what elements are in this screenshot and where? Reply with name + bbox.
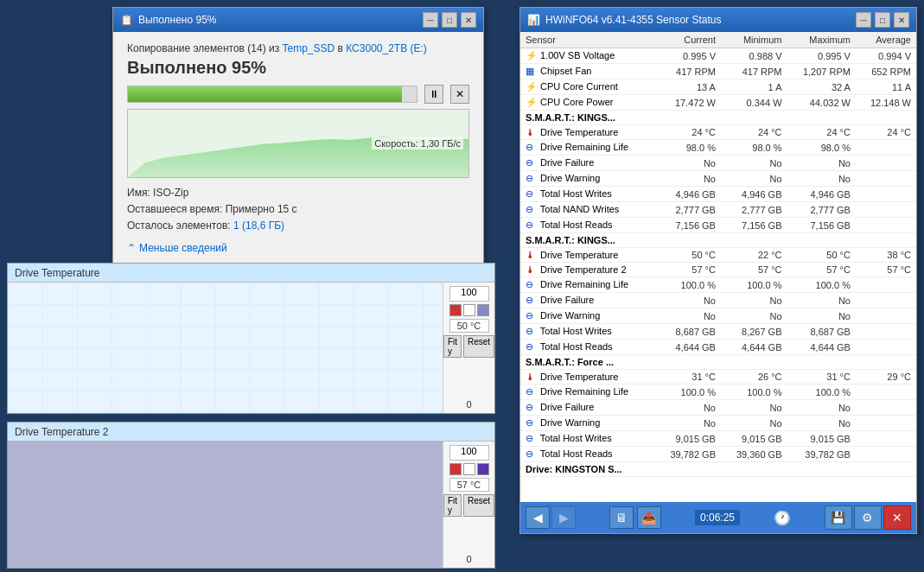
color-box-red2[interactable] <box>449 463 462 475</box>
sensor-minimum: No <box>721 156 787 171</box>
color-box-darkpurple[interactable] <box>477 463 489 475</box>
sensor-minimum: 26 °C <box>721 370 787 385</box>
sensor-current: 57 °C <box>654 263 721 277</box>
graph-title-temp2: Drive Temperature 2 <box>15 426 109 438</box>
sensor-titlebar-icons: ─ □ ✕ <box>856 12 909 28</box>
fit-y-button-temp2[interactable]: Fit y <box>443 494 462 517</box>
graph-content-temp2: 100 57 °C Fit y Reset 0 <box>8 442 494 568</box>
close-icon-button[interactable]: ✕ <box>883 505 911 530</box>
table-row: ⚡ 1.00V SB Voltage 0.995 V 0.988 V 0.995… <box>520 48 916 64</box>
sensor-maximum: 100.0 % <box>787 385 856 400</box>
graph-area-temp <box>8 283 443 413</box>
graph-panel-drive-temp2: Drive Temperature 2 100 57 °C Fit y Rese… <box>7 422 495 569</box>
sensor-current: 98.0 % <box>654 140 721 156</box>
sensor-type-icon: ⊖ <box>526 448 538 460</box>
sensor-type-icon: ⊖ <box>526 173 538 184</box>
sensor-maximize-button[interactable]: □ <box>875 12 890 28</box>
maximize-button[interactable]: □ <box>442 12 457 28</box>
sensor-minimum: 100.0 % <box>721 385 787 400</box>
copy-dialog-body: Копирование элементов (14) из Temp_SSD в… <box>113 32 483 264</box>
sensor-minimum: No <box>721 400 787 416</box>
table-row: ⊖ Drive Remaining Life 98.0 % 98.0 % 98.… <box>520 140 916 156</box>
copy-info-text: Копирование элементов (14) из Temp_SSD в… <box>127 42 469 54</box>
color-box-red[interactable] <box>449 304 462 316</box>
sensor-type-icon: ⚡ <box>526 81 538 92</box>
footer-nav: ◀ ▶ <box>526 506 576 529</box>
sensor-current: 31 °C <box>654 370 721 385</box>
table-row: ⊖ Total Host Writes 4,946 GB 4,946 GB 4,… <box>520 187 916 202</box>
time-label: Оставшееся время: <box>127 203 222 215</box>
settings-icon-button[interactable]: ⚙ <box>854 505 882 530</box>
less-details-button[interactable]: ⌃ Меньше сведений <box>127 242 469 254</box>
sensor-maximum: No <box>787 416 856 431</box>
color-boxes-temp2 <box>449 463 489 475</box>
sensor-maximum: 44.032 W <box>787 95 856 111</box>
close-button[interactable]: ✕ <box>461 12 476 28</box>
max-value-input-temp[interactable]: 100 <box>449 286 489 302</box>
sensor-name: 🌡 Drive Temperature <box>520 370 654 385</box>
sensor-maximum: 4,644 GB <box>787 340 856 355</box>
cancel-button[interactable]: ✕ <box>450 85 469 104</box>
copy-dialog-titlebar: 📋 Выполнено 95% ─ □ ✕ <box>113 8 483 32</box>
footer-icon2[interactable]: 📤 <box>637 506 661 529</box>
sensor-current: 9,015 GB <box>654 431 721 447</box>
minimize-button[interactable]: ─ <box>423 12 438 28</box>
sensor-maximum: No <box>787 293 856 308</box>
sensor-table-wrapper[interactable]: Sensor Current Minimum Maximum Average ⚡… <box>520 32 916 502</box>
sensor-maximum: 57 °C <box>787 263 856 277</box>
sensor-current: 2,777 GB <box>654 202 721 218</box>
sensor-maximum: 4,946 GB <box>787 187 856 202</box>
sensor-average: 652 RPM <box>856 64 916 79</box>
color-boxes-temp <box>449 304 489 316</box>
table-row: 🌡 Drive Temperature 24 °C 24 °C 24 °C 24… <box>520 125 916 140</box>
progress-bar <box>127 86 417 103</box>
reset-button-temp[interactable]: Reset <box>463 335 494 358</box>
sensor-name: ⊖ Total Host Reads <box>520 218 654 233</box>
reset-button-temp2[interactable]: Reset <box>463 494 494 517</box>
sensor-minimum: No <box>721 416 787 431</box>
sensor-current: 100.0 % <box>654 385 721 400</box>
sensor-panel: 📊 HWiNFO64 v6.41-4355 Sensor Status ─ □ … <box>519 7 917 534</box>
save-icon-button[interactable]: 💾 <box>825 505 852 530</box>
sensor-minimum: 2,777 GB <box>721 202 787 218</box>
sensor-name: 🌡 Drive Temperature <box>520 125 654 140</box>
sensor-current: 4,644 GB <box>654 340 721 355</box>
sensor-current: 39,782 GB <box>654 447 721 462</box>
group-header: S.M.A.R.T.: KINGS... <box>520 111 916 125</box>
sensor-current: 417 RPM <box>654 64 721 79</box>
items-label: Осталось элементов: <box>127 219 231 232</box>
sensor-average: 0.994 V <box>856 48 916 64</box>
color-box-white2[interactable] <box>463 463 475 475</box>
sensor-type-icon: ⊖ <box>526 219 538 231</box>
sensor-current: 4,946 GB <box>654 187 721 202</box>
sensor-close-button[interactable]: ✕ <box>894 12 909 28</box>
fit-y-button-temp[interactable]: Fit y <box>443 335 462 358</box>
table-row: 🌡 Drive Temperature 31 °C 26 °C 31 °C 29… <box>520 370 916 385</box>
sensor-maximum: 50 °C <box>787 248 856 263</box>
sensor-maximum: 39,782 GB <box>787 447 856 462</box>
color-box-purple[interactable] <box>477 304 489 316</box>
graph-grid-temp <box>8 283 443 413</box>
source-link[interactable]: Temp_SSD <box>283 42 335 54</box>
sensor-type-icon: ⊖ <box>526 326 538 337</box>
nav-back-button[interactable]: ◀ <box>526 506 550 529</box>
table-row: ▦ Chipset Fan 417 RPM 417 RPM 1,207 RPM … <box>520 64 916 79</box>
color-box-white[interactable] <box>463 304 475 316</box>
sensor-current: 17.472 W <box>654 95 721 111</box>
footer-icon1[interactable]: 🖥 <box>609 506 634 529</box>
table-row: ⊖ Drive Failure No No No <box>520 400 916 416</box>
sensor-name: ⊖ Total Host Writes <box>520 187 654 202</box>
less-details-label: Меньше сведений <box>139 242 227 254</box>
sensor-minimize-button[interactable]: ─ <box>856 12 871 28</box>
sensor-minimum: 39,360 GB <box>721 447 787 462</box>
sensor-average <box>856 187 916 202</box>
max-value-input-temp2[interactable]: 100 <box>449 445 489 461</box>
sensor-current: 13 A <box>654 79 721 95</box>
pause-button[interactable]: ⏸ <box>424 85 443 104</box>
nav-forward-button[interactable]: ▶ <box>551 506 576 529</box>
sensor-name: ⊖ Drive Failure <box>520 400 654 416</box>
graph-buttons-temp2: Fit y Reset <box>443 494 494 517</box>
sensor-minimum: 0.344 W <box>721 95 787 111</box>
dest-link[interactable]: КС3000_2ТВ (E:) <box>346 42 427 54</box>
sensor-name: ⊖ Drive Remaining Life <box>520 385 654 400</box>
